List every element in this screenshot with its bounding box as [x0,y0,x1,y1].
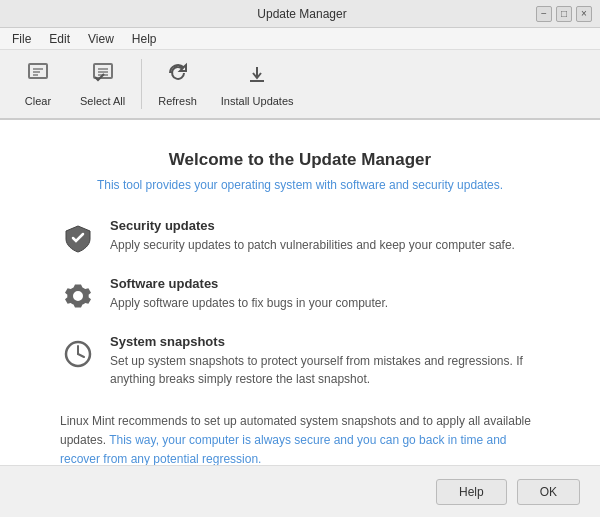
window-title: Update Manager [68,7,536,21]
clear-icon [26,61,50,91]
select-all-icon [91,61,115,91]
window-controls: − □ × [536,6,592,22]
toolbar: Clear Select All Refresh [0,50,600,120]
clock-icon [60,336,96,372]
refresh-label: Refresh [158,95,197,107]
title-bar: Update Manager − □ × [0,0,600,28]
info-text: Linux Mint recommends to set up automate… [60,412,540,465]
menu-edit[interactable]: Edit [41,30,78,48]
maximize-button[interactable]: □ [556,6,572,22]
feature-list: Security updates Apply security updates … [60,218,540,388]
feature-security-title: Security updates [110,218,540,233]
toolbar-separator-1 [141,59,142,109]
info-text-2: This way, your computer is always secure… [60,433,506,465]
clear-label: Clear [25,95,51,107]
feature-snapshots-title: System snapshots [110,334,540,349]
menu-help[interactable]: Help [124,30,165,48]
select-all-label: Select All [80,95,125,107]
feature-software-desc: Apply software updates to fix bugs in yo… [110,294,540,312]
install-updates-label: Install Updates [221,95,294,107]
shield-icon [60,220,96,256]
feature-software-text: Software updates Apply software updates … [110,276,540,312]
welcome-title: Welcome to the Update Manager [169,150,431,170]
feature-software: Software updates Apply software updates … [60,276,540,314]
feature-security-text: Security updates Apply security updates … [110,218,540,254]
feature-snapshots: System snapshots Set up system snapshots… [60,334,540,388]
close-button[interactable]: × [576,6,592,22]
feature-software-title: Software updates [110,276,540,291]
install-updates-icon [245,61,269,91]
main-content: Welcome to the Update Manager This tool … [0,120,600,465]
install-updates-button[interactable]: Install Updates [209,55,306,113]
menu-file[interactable]: File [4,30,39,48]
help-button[interactable]: Help [436,479,507,505]
ok-button[interactable]: OK [517,479,580,505]
minimize-button[interactable]: − [536,6,552,22]
menu-bar: File Edit View Help [0,28,600,50]
button-bar: Help OK [0,465,600,517]
menu-view[interactable]: View [80,30,122,48]
feature-security-desc: Apply security updates to patch vulnerab… [110,236,540,254]
feature-snapshots-text: System snapshots Set up system snapshots… [110,334,540,388]
feature-security: Security updates Apply security updates … [60,218,540,256]
clear-button[interactable]: Clear [8,55,68,113]
refresh-button[interactable]: Refresh [146,55,209,113]
svg-line-12 [78,354,84,357]
feature-snapshots-desc: Set up system snapshots to protect yours… [110,352,540,388]
gear-icon [60,278,96,314]
refresh-icon [166,61,190,91]
welcome-subtitle: This tool provides your operating system… [97,178,503,192]
select-all-button[interactable]: Select All [68,55,137,113]
